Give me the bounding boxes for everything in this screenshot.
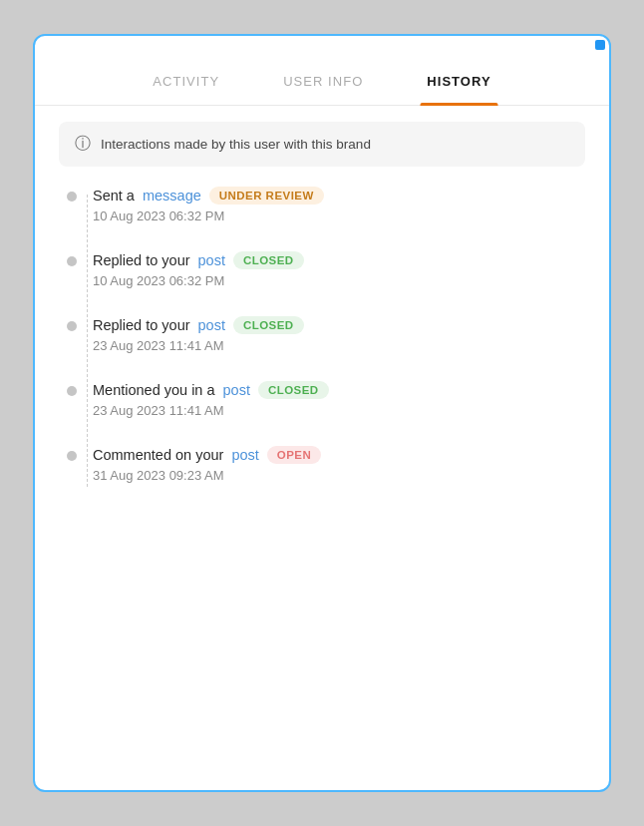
item-title: Replied to your post CLOSED [93,251,304,269]
item-content: Replied to your post CLOSED 23 Aug 2023 … [93,316,304,353]
timeline-dot [67,321,77,331]
action-link[interactable]: message [143,188,201,204]
item-timestamp: 31 Aug 2023 09:23 AM [93,468,321,483]
action-prefix: Replied to your [93,252,190,268]
tabs-container: ACTIVITY USER INFO HISTORY [35,36,609,106]
item-content: Replied to your post CLOSED 10 Aug 2023 … [93,251,304,288]
item-timestamp: 23 Aug 2023 11:41 AM [93,403,329,418]
item-title: Sent a message UNDER REVIEW [93,187,324,205]
timeline-dot [67,256,77,266]
action-prefix: Sent a [93,188,135,204]
status-badge: OPEN [267,446,321,464]
action-link[interactable]: post [223,382,250,398]
item-content: Commented on your post OPEN 31 Aug 2023 … [93,446,321,483]
list-item: Sent a message UNDER REVIEW 10 Aug 2023 … [67,187,577,223]
timeline-dot [67,192,77,202]
status-badge: CLOSED [233,316,304,334]
status-badge: CLOSED [258,381,329,399]
item-title: Mentioned you in a post CLOSED [93,381,329,399]
timeline-dot [67,386,77,396]
main-card: ACTIVITY USER INFO HISTORY ⓘ Interaction… [33,34,611,792]
action-prefix: Mentioned you in a [93,382,215,398]
status-badge: CLOSED [233,251,304,269]
tab-user-info[interactable]: USER INFO [251,64,395,105]
info-banner: ⓘ Interactions made by this user with th… [59,122,585,167]
item-title: Replied to your post CLOSED [93,316,304,334]
item-content: Mentioned you in a post CLOSED 23 Aug 20… [93,381,329,418]
list-item: Replied to your post CLOSED 10 Aug 2023 … [67,251,577,288]
list-item: Commented on your post OPEN 31 Aug 2023 … [67,446,577,483]
info-banner-text: Interactions made by this user with this… [101,137,371,152]
timeline: Sent a message UNDER REVIEW 10 Aug 2023 … [35,175,609,507]
item-title: Commented on your post OPEN [93,446,321,464]
action-link[interactable]: post [198,317,225,333]
item-content: Sent a message UNDER REVIEW 10 Aug 2023 … [93,187,324,223]
action-link[interactable]: post [198,252,225,268]
action-prefix: Commented on your [93,447,223,463]
item-timestamp: 23 Aug 2023 11:41 AM [93,338,304,353]
list-item: Replied to your post CLOSED 23 Aug 2023 … [67,316,577,353]
item-timestamp: 10 Aug 2023 06:32 PM [93,273,304,288]
status-badge: UNDER REVIEW [209,187,324,205]
action-prefix: Replied to your [93,317,190,333]
info-icon: ⓘ [75,134,91,155]
item-timestamp: 10 Aug 2023 06:32 PM [93,208,324,223]
timeline-dot [67,451,77,461]
list-item: Mentioned you in a post CLOSED 23 Aug 20… [67,381,577,418]
tab-activity[interactable]: ACTIVITY [121,64,251,105]
corner-indicator [595,40,605,50]
action-link[interactable]: post [231,447,258,463]
tab-history[interactable]: HISTORY [395,64,522,105]
